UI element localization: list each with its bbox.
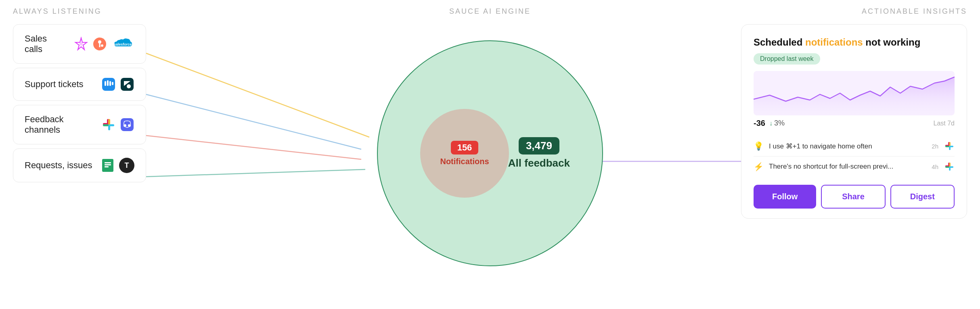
source-icons-sales-calls: salesforce <box>74 37 134 51</box>
right-header-label: ACTIONABLE INSIGHTS <box>862 7 967 16</box>
svg-rect-13 <box>121 78 134 91</box>
source-card-feedback-channels: Feedback channels <box>13 105 146 144</box>
share-button[interactable]: Share <box>821 185 885 209</box>
stat-number: -36 <box>754 119 765 128</box>
astro-icon <box>74 37 88 51</box>
source-icons-feedback-channels <box>101 117 134 132</box>
notifications-label: Notifications <box>440 157 489 166</box>
card-title: Scheduled notifications not working <box>754 36 955 48</box>
all-feedback-count: 3,479 <box>519 137 559 154</box>
stat-percent: ↓ 3% <box>769 119 785 127</box>
svg-rect-39 <box>949 142 951 146</box>
chart-svg <box>754 71 955 115</box>
all-feedback-label-area: 3,479 All feedback <box>508 137 570 169</box>
svg-rect-9 <box>105 81 106 86</box>
card-title-prefix: Scheduled <box>754 37 805 48</box>
source-card-sales-calls: Sales calls salesforce <box>13 24 146 64</box>
svg-text:salesforce: salesforce <box>114 42 132 46</box>
svg-point-3 <box>98 40 101 44</box>
center-visualization: 156 Notifications 3,479 All feedback <box>369 16 611 290</box>
t-icon: T <box>119 158 134 173</box>
all-feedback-circle: 156 Notifications 3,479 All feedback <box>377 40 603 266</box>
insight-card: Scheduled notifications not working Drop… <box>741 24 967 219</box>
discord-icon <box>120 117 134 132</box>
notifications-count-badge: 156 <box>451 141 479 154</box>
action-buttons: Follow Share Digest <box>754 185 955 209</box>
bolt-icon: ⚡ <box>754 162 763 171</box>
source-label-feedback-channels: Feedback channels <box>25 114 94 135</box>
intercom-icon <box>101 77 116 92</box>
source-card-requests-issues: Requests, issues T <box>13 148 146 182</box>
svg-rect-10 <box>107 80 109 86</box>
svg-line-30 <box>146 94 361 149</box>
svg-point-15 <box>127 84 131 88</box>
svg-point-1 <box>80 42 83 46</box>
zendesk-icon <box>120 77 134 92</box>
last-period-label: Last 7d <box>934 120 955 127</box>
feed-items-list: 💡 I use ⌘+1 to navigate home often 2h ⚡ … <box>754 136 955 177</box>
svg-line-31 <box>146 136 361 159</box>
svg-rect-11 <box>109 81 111 86</box>
svg-rect-44 <box>945 166 949 168</box>
svg-rect-12 <box>112 82 113 85</box>
svg-rect-27 <box>105 164 111 165</box>
feed-source-slack-0 <box>944 141 955 151</box>
svg-rect-38 <box>945 146 949 147</box>
source-icons-support-tickets <box>101 77 134 92</box>
source-label-support-tickets: Support tickets <box>25 79 94 90</box>
left-header-label: ALWAYS LISTENING <box>13 7 102 16</box>
feed-time-1: 4h <box>932 163 938 170</box>
svg-rect-28 <box>105 166 109 167</box>
dropped-badge: Dropped last week <box>754 53 820 65</box>
chart-stat-left: -36 ↓ 3% <box>754 119 785 128</box>
slack-icon <box>101 117 116 132</box>
arrow-down-icon: ↓ <box>769 120 773 127</box>
source-label-sales-calls: Sales calls <box>25 33 67 54</box>
sheets-icon <box>101 158 115 173</box>
follow-button[interactable]: Follow <box>754 185 816 209</box>
digest-button[interactable]: Digest <box>890 185 955 209</box>
svg-rect-26 <box>105 162 111 163</box>
svg-rect-20 <box>103 124 109 126</box>
chart-stats: -36 ↓ 3% Last 7d <box>754 119 955 128</box>
salesforce-icon: salesforce <box>111 37 134 51</box>
lightbulb-icon: 💡 <box>754 141 763 151</box>
card-title-highlight: notifications <box>805 37 863 48</box>
svg-line-32 <box>146 169 365 177</box>
svg-line-29 <box>146 53 369 137</box>
hubspot-icon <box>92 37 107 51</box>
source-icons-requests-issues: T <box>101 158 134 173</box>
feed-text-0: I use ⌘+1 to navigate home often <box>769 142 926 150</box>
center-header-label: SAUCE AI ENGINE <box>449 0 531 16</box>
feed-time-0: 2h <box>932 143 938 150</box>
feed-item-0: 💡 I use ⌘+1 to navigate home often 2h <box>754 136 955 157</box>
source-label-requests-issues: Requests, issues <box>25 160 93 171</box>
all-feedback-text: All feedback <box>508 157 570 169</box>
feed-item-1: ⚡ There's no shortcut for full-screen pr… <box>754 157 955 177</box>
source-card-support-tickets: Support tickets <box>13 68 146 101</box>
notifications-circle: 156 Notifications <box>420 109 509 198</box>
svg-rect-45 <box>949 163 951 167</box>
feed-source-slack-1 <box>944 161 955 172</box>
svg-rect-21 <box>108 119 110 125</box>
trend-chart <box>754 71 955 115</box>
svg-rect-22 <box>121 118 134 131</box>
sources-panel: Sales calls salesforce Support ti <box>13 24 146 182</box>
card-title-suffix: not working <box>863 37 921 48</box>
feed-text-1: There's no shortcut for full-screen prev… <box>769 163 926 171</box>
